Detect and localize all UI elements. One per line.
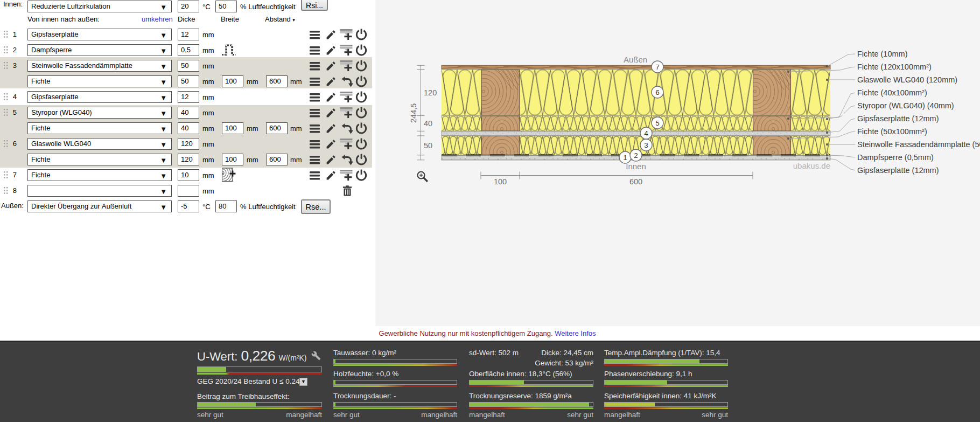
svg-text:Innen: Innen [626,162,646,171]
svg-text:50: 50 [424,141,432,150]
svg-text:Fichte (50x100mm²): Fichte (50x100mm²) [857,127,927,136]
svg-text:Gipsfaserplatte (12mm): Gipsfaserplatte (12mm) [857,114,939,123]
svg-text:120: 120 [424,88,437,97]
svg-text:7: 7 [655,63,660,71]
svg-text:Dampfsperre (0,5mm): Dampfsperre (0,5mm) [857,153,934,162]
svg-text:3: 3 [644,141,648,149]
svg-text:Fichte (40x100mm²): Fichte (40x100mm²) [857,88,927,97]
svg-text:6: 6 [655,88,660,96]
svg-text:100: 100 [494,177,507,186]
svg-text:40: 40 [424,119,432,128]
svg-text:2: 2 [634,151,638,160]
svg-text:Außen: Außen [624,55,647,64]
svg-text:ubakus.de: ubakus.de [793,161,830,170]
svg-text:Gipsfaserplatte (12mm): Gipsfaserplatte (12mm) [857,166,939,175]
svg-text:600: 600 [629,177,642,186]
svg-text:Styropor (WLG040) (40mm): Styropor (WLG040) (40mm) [857,101,954,110]
svg-text:Glaswolle WLG040 (120mm): Glaswolle WLG040 (120mm) [857,75,957,84]
svg-text:Fichte (120x100mm²): Fichte (120x100mm²) [857,63,932,71]
svg-text:4: 4 [644,129,648,137]
svg-text:5: 5 [655,119,660,127]
svg-text:244,5: 244,5 [409,103,418,123]
svg-text:1: 1 [623,154,627,162]
svg-text:Steinwolle Fassadendämmplatte: Steinwolle Fassadendämmplatte (50mm) [857,140,980,149]
svg-text:Fichte (10mm): Fichte (10mm) [857,50,907,58]
